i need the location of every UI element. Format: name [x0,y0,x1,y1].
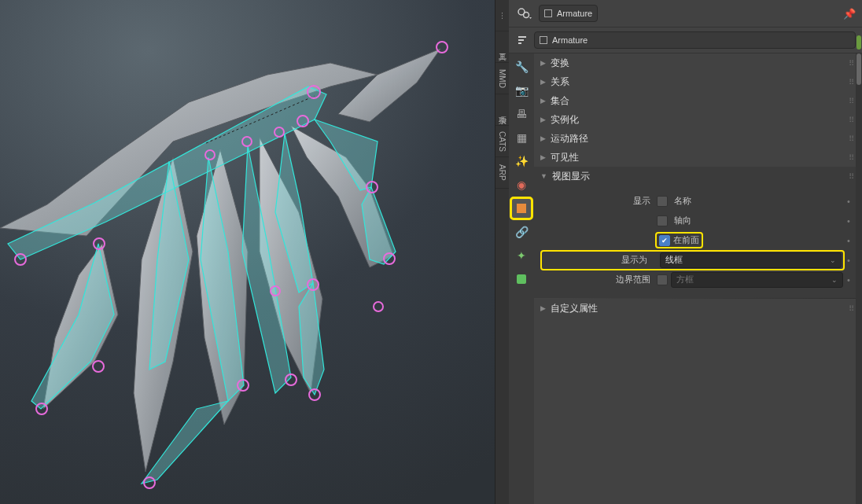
breadcrumb-name: Armature [552,35,588,45]
drag-dots-icon[interactable]: ⠿ [849,97,856,105]
panel-visibility-label: 可见性 [551,151,579,164]
disclosure-right-icon: ▶ [540,304,546,312]
bounds-label: 边界范围 [542,274,657,285]
show-axis-checkbox[interactable] [657,215,668,226]
panel-instancing-label: 实例化 [551,113,579,127]
disclosure-right-icon: ▶ [540,153,546,161]
tab-world-icon[interactable]: ◉ [511,175,532,195]
tab-tool-icon[interactable]: 🔧 [511,57,532,77]
scrollbar-track[interactable] [856,53,862,504]
svg-point-21 [374,302,383,311]
n-panel-tabs: ⋯ 工具 MMD 杂项 CATS ARP [495,0,509,504]
svg-rect-34 [518,42,521,44]
properties-editor: Armature 📌 Armature 🔧 📷 🖶 ▦ ✨ ◉ [509,0,862,504]
drag-dots-icon[interactable]: ⠿ [849,134,856,143]
svg-point-18 [437,42,448,53]
panel-collections-label: 集合 [551,94,569,108]
disclosure-right-icon: ▶ [540,134,546,142]
drag-dots-icon[interactable]: ⠿ [849,172,856,181]
disclosure-down-icon: ▼ [540,172,547,180]
panel-relations[interactable]: ▶ 关系 ⠿ [534,72,862,91]
chevron-down-icon: ⌄ [830,256,836,264]
npanel-tab-tool[interactable]: 工具 [495,31,509,63]
scrollbar-thumb[interactable] [856,53,861,85]
bounds-type-select[interactable]: 方框 ⌄ [671,272,843,288]
datablock-name: Armature [557,9,592,18]
scrollbar-thumb[interactable] [856,35,861,50]
svg-point-28 [93,361,104,372]
panel-collections[interactable]: ▶ 集合 ⠿ [534,91,862,110]
tab-constraints-icon[interactable]: ✦ [511,245,532,266]
editor-type-dropdown-icon[interactable] [515,5,534,22]
disclosure-right-icon: ▶ [540,97,546,105]
bounds-checkbox[interactable] [657,274,668,285]
show-label: 显示 [542,195,657,207]
panel-instancing[interactable]: ▶ 实例化 ⠿ [534,110,862,129]
panel-motion-paths-label: 运动路径 [551,132,588,145]
tab-output-icon[interactable]: 🖶 [511,104,532,124]
npanel-tab-misc[interactable]: ⋯ [495,0,509,31]
pin-icon[interactable]: 📌 [843,8,856,20]
svg-marker-9 [31,244,114,409]
disclosure-right-icon: ▶ [540,78,546,86]
breadcrumb-row: Armature [509,28,862,53]
show-axis-label: 轴向 [674,215,691,226]
drag-dots-icon[interactable]: ⠿ [849,59,856,68]
property-tabs: 🔧 📷 🖶 ▦ ✨ ◉ 🔗 ✦ [509,53,534,504]
svg-rect-33 [518,39,524,41]
svg-point-31 [524,13,529,18]
drag-dots-icon[interactable]: ⠿ [849,78,856,86]
show-name-label: 名称 [674,195,691,207]
in-front-checkbox[interactable]: ✔ [659,235,670,246]
armature-icon [544,9,552,17]
decorator-dot-icon[interactable]: • [843,216,854,226]
tab-render-icon[interactable]: 📷 [511,80,532,101]
viewport-3d[interactable] [0,0,495,504]
tab-object-icon[interactable] [511,198,532,219]
panel-custom-properties-label: 自定义属性 [551,302,598,315]
decorator-dot-icon[interactable]: • [843,256,854,265]
filter-icon[interactable] [515,31,529,49]
disclosure-right-icon: ▶ [540,116,546,123]
panel-custom-properties[interactable]: ▶ 自定义属性 ⠿ [534,299,862,318]
tab-scene-icon[interactable]: ✨ [511,151,532,171]
panel-area: ▶ 变换 ⠿ ▶ 关系 ⠿ ▶ 集合 ⠿ ▶ 实例化 ⠿ [534,53,862,504]
panel-transform-label: 变换 [551,57,569,70]
panel-visibility[interactable]: ▶ 可见性 ⠿ [534,148,862,167]
panel-viewport-display-body: 显示 名称 • 轴向 • [534,186,862,298]
panel-transform[interactable]: ▶ 变换 ⠿ [534,53,862,72]
panel-viewport-display-label: 视图显示 [552,170,590,183]
drag-dots-icon[interactable]: ⠿ [849,304,856,313]
panel-relations-label: 关系 [551,75,569,89]
tab-viewlayer-icon[interactable]: ▦ [511,127,532,148]
drag-dots-icon[interactable]: ⠿ [849,116,856,124]
tab-modifiers-icon[interactable]: 🔗 [511,222,532,242]
armature-icon [540,36,547,44]
display-as-select[interactable]: 线框 ⌄ [660,252,842,268]
breadcrumb-datablock[interactable]: Armature [534,31,856,49]
drag-dots-icon[interactable]: ⠿ [849,153,856,162]
decorator-dot-icon[interactable]: • [843,236,854,245]
bounds-type-value: 方框 [676,274,694,285]
disclosure-right-icon: ▶ [540,59,546,67]
in-front-label: 在前面 [673,234,699,246]
npanel-tab-misc2[interactable]: 杂项 [495,94,509,126]
tab-data-icon[interactable] [511,269,532,289]
panel-viewport-display[interactable]: ▼ 视图显示 ⠿ [534,167,862,186]
npanel-tab-cats[interactable]: CATS [495,126,509,157]
npanel-tab-arp[interactable]: ARP [495,157,509,189]
npanel-tab-mmd[interactable]: MMD [495,63,509,94]
svg-rect-32 [518,36,526,38]
chevron-down-icon: ⌄ [831,276,838,284]
properties-header: Armature 📌 [509,0,862,28]
display-as-value: 线框 [665,254,683,266]
decorator-dot-icon[interactable]: • [843,275,854,285]
display-as-label: 显示为 [543,254,654,266]
show-name-checkbox[interactable] [657,196,668,207]
datablock-selector[interactable]: Armature [539,5,598,22]
panel-motion-paths[interactable]: ▶ 运动路径 ⠿ [534,129,862,148]
decorator-dot-icon[interactable]: • [843,197,854,206]
